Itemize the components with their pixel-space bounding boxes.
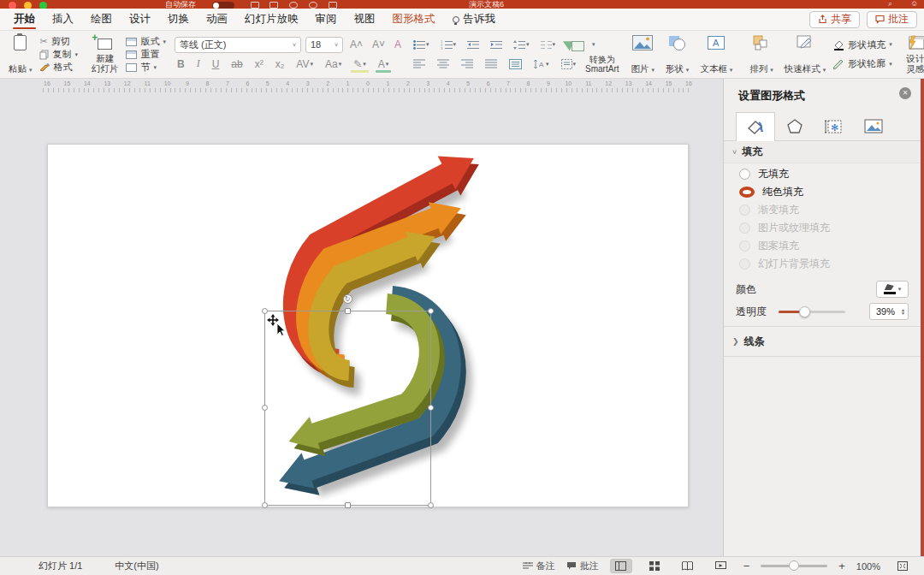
textbox-button[interactable]: A 文本框 ▾: [696, 33, 736, 75]
reset-button[interactable]: 重置: [126, 48, 166, 61]
numbering-button[interactable]: 123▾: [438, 38, 459, 52]
bold-button[interactable]: B: [175, 56, 187, 71]
rotation-handle[interactable]: ↻: [343, 294, 352, 304]
account-icon[interactable]: ☺: [910, 0, 918, 8]
slider-thumb[interactable]: [799, 306, 810, 317]
slide[interactable]: ↻: [47, 144, 689, 507]
format-painter-button[interactable]: 格式: [39, 61, 78, 74]
tab-picture[interactable]: [854, 112, 893, 141]
justify-button[interactable]: [483, 56, 500, 71]
line-section-header[interactable]: ❯ 线条: [724, 330, 921, 353]
fill-option-纯色填充[interactable]: 纯色填充: [739, 183, 921, 201]
tab-告诉我[interactable]: 告诉我: [444, 9, 505, 30]
tab-动画[interactable]: 动画: [198, 9, 236, 30]
zoom-slider[interactable]: [761, 565, 827, 567]
zoom-percentage[interactable]: 100%: [856, 561, 880, 572]
close-pane-icon[interactable]: ✕: [899, 87, 911, 99]
clear-format-button[interactable]: A: [392, 38, 404, 52]
text-direction-button[interactable]: A▾: [531, 56, 552, 71]
shape-outline-button[interactable]: 形状轮廓▾: [833, 57, 892, 70]
stepper-arrows[interactable]: ▲▼: [901, 308, 908, 315]
cut-button[interactable]: ✂剪切: [39, 35, 78, 48]
minimize-window-button[interactable]: [24, 2, 32, 9]
align-left-button[interactable]: [411, 56, 428, 71]
change-case-button[interactable]: Aa▾: [323, 56, 344, 71]
zoom-in-button[interactable]: +: [838, 560, 845, 572]
decrease-font-button[interactable]: A˅: [370, 38, 388, 52]
language-indicator[interactable]: 中文(中国): [115, 560, 158, 572]
design-ideas-button[interactable]: 设计灵感: [903, 33, 924, 75]
distribute-button[interactable]: [506, 56, 524, 71]
slide-canvas-area[interactable]: 1615141312111098765432101234567891011121…: [0, 79, 723, 556]
font-color-button[interactable]: A▾: [376, 56, 392, 71]
align-center-button[interactable]: [435, 56, 452, 71]
increase-font-button[interactable]: A˄: [347, 38, 365, 52]
status-comments-button[interactable]: 批注: [566, 560, 599, 572]
fill-section-header[interactable]: ˅ 填充: [724, 141, 921, 163]
tab-size-properties[interactable]: ✻: [814, 112, 854, 141]
shapes-button[interactable]: 形状 ▾: [662, 33, 692, 75]
tab-插入[interactable]: 插入: [44, 9, 82, 30]
bullets-button[interactable]: ▾: [411, 38, 432, 52]
search-icon[interactable]: ⌕: [888, 0, 892, 9]
tab-设计[interactable]: 设计: [121, 9, 159, 30]
fill-color-button[interactable]: ▾: [876, 281, 909, 298]
close-window-button[interactable]: [9, 2, 16, 9]
handle-bottom-right[interactable]: [428, 502, 434, 508]
quick-access-grid-icon[interactable]: [251, 2, 259, 9]
increase-indent-button[interactable]: [488, 38, 505, 52]
decrease-indent-button[interactable]: [465, 38, 482, 52]
handle-mid-left[interactable]: [262, 405, 268, 411]
selection-box[interactable]: ↻: [264, 311, 431, 506]
font-name-select[interactable]: 等线 (正文)˅: [175, 37, 301, 53]
tab-fill-line[interactable]: [736, 112, 775, 141]
underline-button[interactable]: U: [210, 56, 222, 71]
tab-effects[interactable]: [775, 112, 814, 141]
handle-top-right[interactable]: [428, 308, 434, 314]
transparency-input[interactable]: 39% ▲▼: [869, 303, 909, 320]
transparency-slider[interactable]: [779, 311, 845, 313]
zoom-slider-thumb[interactable]: [789, 560, 799, 571]
align-right-button[interactable]: [459, 56, 476, 71]
section-button[interactable]: 节▾: [126, 61, 166, 74]
normal-view-button[interactable]: [610, 559, 632, 573]
superscript-button[interactable]: x²: [252, 56, 266, 71]
fill-option-无填充[interactable]: 无填充: [739, 165, 921, 183]
font-size-select[interactable]: 18˅: [305, 37, 343, 53]
slide-sorter-view-button[interactable]: [643, 559, 666, 573]
shape-fill-button[interactable]: 形状填充▾: [833, 39, 892, 51]
tab-审阅[interactable]: 审阅: [307, 9, 346, 30]
handle-bottom-left[interactable]: [262, 502, 268, 508]
tab-开始[interactable]: 开始: [5, 9, 44, 30]
line-spacing-button[interactable]: ▾: [511, 38, 532, 52]
comments-button[interactable]: 批注: [867, 11, 917, 28]
quick-styles-button[interactable]: 快速样式 ▾: [781, 33, 829, 75]
radio-button[interactable]: [739, 187, 755, 198]
tab-幻灯片放映[interactable]: 幻灯片放映: [236, 9, 307, 30]
handle-bottom-center[interactable]: [345, 502, 351, 508]
fit-to-window-button[interactable]: [891, 559, 914, 573]
strikethrough-button[interactable]: ab: [228, 56, 245, 71]
tab-绘图[interactable]: 绘图: [82, 9, 121, 30]
save-icon[interactable]: [270, 2, 278, 9]
zoom-out-button[interactable]: −: [743, 560, 750, 572]
columns-button[interactable]: ▾: [538, 38, 559, 52]
italic-button[interactable]: I: [194, 56, 203, 71]
arrange-button[interactable]: 排列 ▾: [746, 33, 776, 75]
tab-图形格式[interactable]: 图形格式: [384, 9, 444, 30]
copy-button[interactable]: 复制▾: [39, 48, 78, 61]
radio-button[interactable]: [739, 169, 750, 180]
character-spacing-button[interactable]: AV▾: [293, 56, 316, 71]
slideshow-view-button[interactable]: [710, 559, 732, 573]
picture-button[interactable]: 图片 ▾: [628, 33, 658, 75]
reading-view-button[interactable]: [677, 559, 699, 573]
undo-icon[interactable]: [289, 2, 298, 9]
align-text-button[interactable]: ▾: [559, 56, 579, 71]
handle-mid-right[interactable]: [428, 405, 434, 411]
subscript-button[interactable]: x₂: [273, 56, 287, 71]
new-slide-button[interactable]: 新建幻灯片: [88, 33, 122, 75]
zoom-window-button[interactable]: [39, 2, 47, 9]
handle-top-left[interactable]: [262, 308, 268, 314]
redo-icon[interactable]: [309, 2, 317, 9]
pencil-icon[interactable]: [329, 2, 337, 9]
